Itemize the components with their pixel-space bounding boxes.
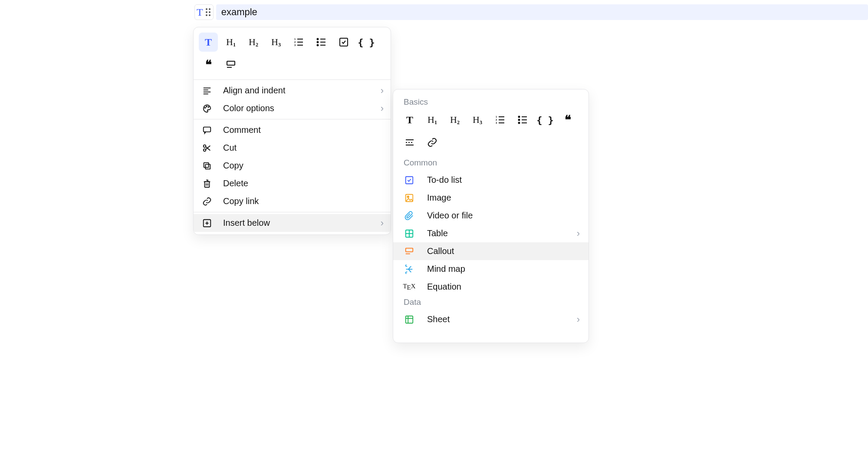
menu-item-label: Cut (223, 143, 237, 153)
insert-link[interactable] (423, 133, 442, 152)
format-text[interactable]: T (199, 33, 218, 52)
format-type-grid: T H1 H2 H3 1 2 3 { } ❝ (194, 27, 391, 78)
attachment-icon (404, 211, 414, 221)
svg-text:1: 1 (294, 38, 296, 40)
format-h3[interactable]: H3 (266, 33, 286, 52)
list-item-label: Image (427, 193, 451, 203)
svg-point-7 (317, 42, 319, 43)
insert-image[interactable]: Image (393, 189, 589, 207)
trash-icon (202, 179, 212, 188)
svg-point-6 (317, 39, 319, 40)
format-code[interactable]: { } (357, 33, 376, 52)
image-icon (404, 193, 414, 203)
section-label-common: Common (393, 156, 589, 171)
bulleted-list-icon (316, 37, 326, 47)
svg-text:3: 3 (496, 122, 497, 124)
svg-rect-29 (205, 182, 210, 187)
insert-h1[interactable]: H1 (423, 110, 442, 129)
list-item-label: Mind map (427, 264, 465, 274)
palette-icon (202, 104, 212, 113)
format-ordered-list[interactable]: 1 2 3 (289, 33, 308, 52)
list-item-label: Table (427, 228, 448, 238)
callout-icon (226, 59, 236, 70)
menu-delete[interactable]: Delete (194, 175, 391, 192)
ordered-list-icon: 1 2 3 (293, 37, 304, 47)
table-icon (404, 229, 414, 238)
insert-bulleted-list[interactable] (513, 110, 532, 129)
insert-h3[interactable]: H3 (468, 110, 487, 129)
basics-grid: T H1 H2 H3 1 2 3 { } ❝ (393, 110, 589, 156)
format-bulleted-list[interactable] (312, 33, 331, 52)
svg-rect-50 (406, 176, 413, 184)
insert-mind-map[interactable]: Mind map (393, 260, 589, 278)
svg-text:1: 1 (496, 116, 497, 118)
svg-text:2: 2 (294, 41, 296, 43)
svg-point-21 (208, 106, 209, 107)
menu-item-label: Delete (223, 178, 248, 188)
plus-square-icon (202, 218, 212, 228)
text-block-type-icon: T (197, 7, 203, 18)
list-item-label: Callout (427, 246, 454, 256)
insert-callout[interactable]: Callout (393, 242, 589, 260)
mindmap-icon (404, 264, 414, 274)
insert-below-submenu: Basics T H1 H2 H3 1 2 3 { } ❝ (393, 89, 589, 343)
svg-rect-22 (204, 127, 211, 132)
chevron-right-icon: › (577, 314, 580, 325)
format-checkbox[interactable] (334, 33, 353, 52)
menu-item-label: Copy (223, 161, 243, 171)
list-item-label: Sheet (427, 314, 450, 324)
svg-point-52 (407, 196, 409, 198)
section-label-data: Data (393, 296, 589, 310)
list-item-label: Video or file (427, 211, 473, 221)
comment-icon (202, 125, 212, 135)
menu-copy[interactable]: Copy (194, 157, 391, 175)
chevron-right-icon: › (577, 228, 580, 239)
svg-rect-13 (227, 61, 235, 65)
format-quote[interactable]: ❝ (199, 55, 218, 74)
block-text-input[interactable] (216, 4, 868, 20)
callout-icon (404, 247, 414, 256)
insert-ordered-list[interactable]: 1 2 3 (490, 110, 510, 129)
menu-insert-below[interactable]: Insert below › (194, 214, 391, 232)
block-row: T (194, 4, 868, 20)
menu-align-indent[interactable]: Align and indent › (194, 82, 391, 99)
insert-table[interactable]: Table › (393, 224, 589, 242)
menu-color-options[interactable]: Color options › (194, 99, 391, 117)
insert-quote[interactable]: ❝ (558, 110, 577, 129)
block-context-menu: T H1 H2 H3 1 2 3 { } ❝ (193, 27, 391, 235)
menu-comment[interactable]: Comment (194, 121, 391, 139)
menu-item-label: Align and indent (223, 86, 285, 96)
chevron-right-icon: › (381, 85, 384, 96)
menu-item-label: Comment (223, 125, 261, 135)
block-handle[interactable]: T (194, 4, 214, 20)
svg-rect-59 (406, 316, 413, 323)
menu-copy-link[interactable]: Copy link (194, 192, 391, 210)
checkbox-icon (339, 37, 349, 47)
todo-icon (404, 175, 414, 185)
svg-rect-12 (340, 38, 348, 46)
ordered-list-icon: 1 2 3 (495, 115, 505, 125)
insert-divider[interactable] (400, 133, 419, 152)
svg-text:3: 3 (294, 44, 296, 46)
align-icon (202, 86, 212, 96)
format-h1[interactable]: H1 (221, 33, 240, 52)
menu-cut[interactable]: Cut (194, 139, 391, 157)
link-icon (427, 137, 437, 148)
divider-icon (404, 137, 415, 148)
insert-equation[interactable]: TEX Equation (393, 278, 589, 296)
scissors-icon (202, 143, 212, 153)
format-callout[interactable] (221, 55, 240, 74)
insert-code[interactable]: { } (536, 110, 555, 129)
tex-icon: TEX (403, 283, 415, 291)
insert-text[interactable]: T (400, 110, 419, 129)
insert-h2[interactable]: H2 (445, 110, 464, 129)
bulleted-list-icon (517, 115, 528, 125)
format-h2[interactable]: H2 (244, 33, 263, 52)
sheet-icon (404, 315, 414, 324)
insert-todo-list[interactable]: To-do list (393, 171, 589, 189)
svg-text:2: 2 (496, 119, 497, 121)
insert-sheet[interactable]: Sheet › (393, 310, 589, 328)
insert-video-file[interactable]: Video or file (393, 207, 589, 224)
svg-rect-28 (204, 162, 209, 167)
drag-handle-icon[interactable] (206, 8, 210, 16)
